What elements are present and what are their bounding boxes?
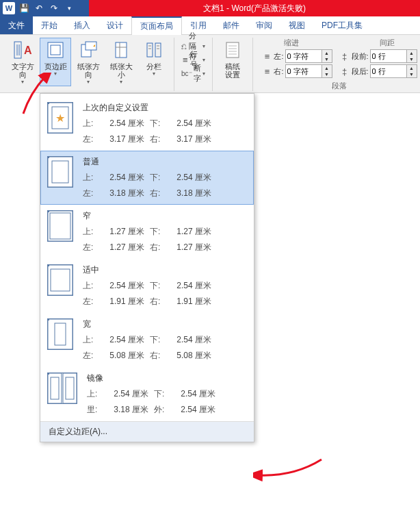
space-before-input[interactable]: ▲▼ — [370, 49, 417, 63]
chevron-down-icon: ▾ — [120, 79, 122, 85]
size-icon — [110, 39, 132, 61]
redo-icon[interactable]: ↷ — [48, 2, 60, 14]
chevron-down-icon: ▾ — [54, 71, 57, 77]
tab-view[interactable]: 视图 — [280, 16, 313, 34]
preset-last[interactable]: ★ 上次的自定义设置 上:2.54 厘米 下:2.54 厘米 左:3.17 厘米… — [40, 97, 254, 151]
space-after-input[interactable]: ▲▼ — [370, 64, 417, 78]
spin-up-icon[interactable]: ▲ — [321, 65, 332, 71]
titlebar: W 💾 ↶ ↷ ▾ 文档1 - Word(产品激活失败) — [0, 0, 420, 16]
indent-right-input[interactable]: ▲▼ — [285, 64, 332, 78]
size-button[interactable]: 纸张大小▾ — [105, 38, 137, 86]
indent-left-input[interactable]: ▲▼ — [285, 49, 332, 63]
quick-access-toolbar: W 💾 ↶ ↷ ▾ — [0, 2, 75, 14]
spin-up-icon[interactable]: ▲ — [321, 50, 332, 56]
preset-mirror[interactable]: 镜像 上:2.54 厘米 下:2.54 厘米 里:3.18 厘米 外:2.54 … — [40, 367, 254, 421]
tab-layout[interactable]: 页面布局 — [131, 16, 182, 35]
margins-icon — [44, 39, 66, 61]
save-icon[interactable]: 💾 — [18, 2, 30, 14]
page-setup-group: A 文字方向▾ 页边距▾ 纸张方向▾ 纸张大小▾ — [3, 38, 174, 91]
svg-rect-8 — [116, 42, 127, 58]
svg-rect-35 — [63, 373, 77, 403]
custom-margins-item[interactable]: 自定义边距(A)... — [40, 421, 254, 442]
preset-narrow[interactable]: 窄 上:1.27 厘米 下:1.27 厘米 左:1.27 厘米 右:1.27 厘… — [40, 205, 254, 259]
gaozhi-icon — [222, 39, 244, 61]
preset-normal[interactable]: 普通 上:2.54 厘米 下:2.54 厘米 左:3.18 厘米 右:3.18 … — [40, 151, 254, 205]
preset-narrow-icon — [47, 210, 73, 242]
svg-rect-17 — [226, 42, 239, 58]
svg-rect-27 — [48, 211, 73, 241]
space-before-icon: ‡ — [339, 51, 350, 62]
ribbon: A 文字方向▾ 页边距▾ 纸张方向▾ 纸张大小▾ — [0, 35, 420, 93]
document-area: ★ 上次的自定义设置 上:2.54 厘米 下:2.54 厘米 左:3.17 厘米… — [0, 93, 420, 517]
tab-mail[interactable]: 邮件 — [215, 16, 248, 34]
hyphenation-button[interactable]: bc⁻断字▾ — [179, 66, 208, 80]
spin-down-icon[interactable]: ▼ — [321, 71, 332, 77]
svg-rect-12 — [155, 43, 161, 57]
svg-rect-4 — [48, 42, 63, 58]
spin-down-icon[interactable]: ▼ — [406, 56, 417, 62]
columns-button[interactable]: 分栏▾ — [138, 38, 170, 86]
qat-more-icon[interactable]: ▾ — [63, 2, 75, 14]
paragraph-group-label: 段落 — [332, 81, 347, 91]
spin-up-icon[interactable]: ▲ — [406, 65, 417, 71]
svg-rect-33 — [48, 373, 62, 403]
svg-text:A: A — [24, 45, 32, 56]
svg-rect-31 — [48, 319, 73, 349]
gaozhi-group: 稿纸 设置 — [213, 38, 253, 91]
preset-wide[interactable]: 宽 上:2.54 厘米 下:2.54 厘米 左:5.08 厘米 右:5.08 厘… — [40, 313, 254, 367]
word-logo-icon: W — [3, 2, 15, 14]
ribbon-tabs: 文件 开始 插入 设计 页面布局 引用 邮件 审阅 视图 PDF工具集 — [0, 16, 420, 35]
tab-design[interactable]: 设计 — [99, 16, 131, 34]
spin-down-icon[interactable]: ▼ — [321, 56, 332, 62]
columns-icon — [143, 39, 165, 61]
spin-down-icon[interactable]: ▼ — [406, 71, 417, 77]
tab-home[interactable]: 开始 — [33, 16, 66, 34]
tab-review[interactable]: 审阅 — [248, 16, 280, 34]
preset-wide-icon — [47, 318, 73, 350]
breaks-group: ⎌分隔符▾ ≡行号▾ bc⁻断字▾ — [174, 38, 213, 91]
indent-title: 缩进 — [257, 38, 326, 48]
indent-right-icon: ≡ — [261, 66, 272, 77]
breaks-icon: ⎌ — [181, 40, 187, 51]
line-numbers-icon: ≡ — [181, 54, 189, 65]
svg-rect-0 — [14, 42, 21, 58]
chevron-down-icon: ▾ — [87, 79, 90, 85]
svg-rect-11 — [147, 43, 153, 57]
svg-text:★: ★ — [55, 112, 65, 124]
text-direction-icon: A — [12, 39, 34, 61]
orientation-button[interactable]: 纸张方向▾ — [73, 38, 104, 86]
space-after-icon: ‡ — [339, 66, 350, 77]
chevron-down-icon: ▾ — [21, 79, 24, 85]
tab-insert[interactable]: 插入 — [66, 16, 99, 34]
chevron-down-icon: ▾ — [153, 71, 155, 77]
hyphenation-icon: bc⁻ — [181, 68, 192, 79]
chevron-down-icon: ▾ — [202, 43, 205, 49]
window-title: 文档1 - Word(产品激活失败) — [89, 0, 420, 16]
margins-dropdown: ★ 上次的自定义设置 上:2.54 厘米 下:2.54 厘米 左:3.17 厘米… — [40, 93, 254, 442]
svg-rect-25 — [48, 157, 73, 187]
preset-mirror-icon — [47, 373, 77, 404]
spin-up-icon[interactable]: ▲ — [406, 50, 417, 56]
chevron-down-icon: ▾ — [202, 57, 205, 63]
orientation-icon — [77, 39, 99, 61]
annotation-arrow-bottom — [253, 456, 328, 490]
margins-button[interactable]: 页边距▾ — [40, 38, 71, 86]
gaozhi-button[interactable]: 稿纸 设置 — [217, 38, 248, 80]
preset-moderate[interactable]: 适中 上:2.54 厘米 下:2.54 厘米 左:1.91 厘米 右:1.91 … — [40, 259, 254, 313]
undo-icon[interactable]: ↶ — [33, 2, 45, 14]
chevron-down-icon: ▾ — [202, 71, 205, 77]
tab-pdf[interactable]: PDF工具集 — [313, 16, 371, 34]
preset-last-icon: ★ — [47, 102, 73, 134]
paragraph-group: 缩进 间距 ≡ 左: ▲▼ ‡ 段前: ▲▼ ≡ 右: ▲▼ ‡ 段后: ▲▼ … — [253, 38, 420, 91]
preset-normal-icon — [47, 156, 73, 188]
svg-rect-29 — [48, 265, 73, 295]
spacing-title: 间距 — [353, 38, 420, 48]
tab-file[interactable]: 文件 — [0, 16, 33, 34]
indent-left-icon: ≡ — [261, 51, 272, 62]
text-direction-button[interactable]: A 文字方向▾ — [7, 38, 38, 86]
preset-moderate-icon — [47, 264, 73, 296]
